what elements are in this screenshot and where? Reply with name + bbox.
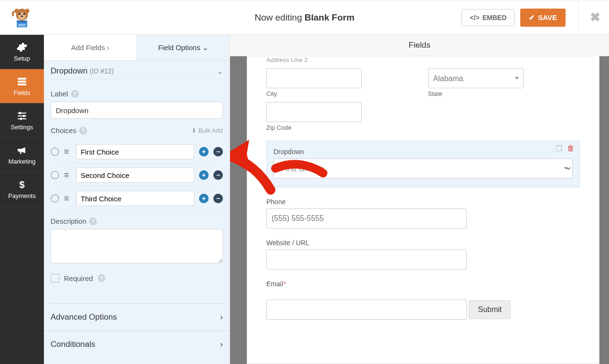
drag-handle-icon[interactable]: ≡ <box>64 196 72 201</box>
sliders-icon <box>16 110 28 122</box>
left-nav: Setup Fields Settings Marketing $ Paymen… <box>0 35 44 364</box>
tab-field-options[interactable]: Field Options ⌄ <box>136 35 230 60</box>
nav-marketing[interactable]: Marketing <box>0 138 44 172</box>
description-textarea[interactable] <box>51 229 223 263</box>
website-input[interactable] <box>266 250 467 270</box>
nav-setup[interactable]: Setup <box>0 35 44 69</box>
tab-add-fields[interactable]: Add Fields › <box>44 35 136 60</box>
editing-prefix: Now editing <box>254 12 302 22</box>
conditionals-label: Conditionals <box>51 340 95 349</box>
remove-choice-button[interactable]: − <box>213 147 223 156</box>
help-icon[interactable]: ? <box>79 127 87 135</box>
required-star-icon: * <box>284 280 286 288</box>
drag-handle-icon[interactable]: ≡ <box>64 149 72 155</box>
state-label: State <box>428 90 580 97</box>
conditionals-toggle[interactable]: Conditionals › <box>44 331 230 358</box>
code-icon: </> <box>470 14 479 21</box>
remove-choice-button[interactable]: − <box>213 170 223 180</box>
panel-tabs: Add Fields › Field Options ⌄ <box>44 35 230 61</box>
drag-handle-icon[interactable]: ≡ <box>64 173 72 178</box>
dropdown-select[interactable]: First Choice <box>273 158 573 178</box>
tab-field-options-label: Field Options <box>158 43 200 52</box>
svg-point-18 <box>23 115 25 117</box>
help-icon[interactable]: ? <box>98 274 105 282</box>
bullhorn-icon <box>16 145 28 156</box>
add-choice-button[interactable]: + <box>199 147 209 156</box>
city-input[interactable] <box>266 68 362 88</box>
add-choice-button[interactable]: + <box>199 194 209 203</box>
remove-choice-button[interactable]: − <box>213 194 223 203</box>
bulk-add-label: Bulk Add <box>199 127 223 134</box>
field-type-header[interactable]: Dropdown (ID #12) ⌄ <box>44 61 230 79</box>
choice-input[interactable] <box>76 191 194 206</box>
svg-point-4 <box>19 13 21 15</box>
chevron-down-icon: ⌄ <box>202 43 209 52</box>
nav-fields[interactable]: Fields <box>0 69 44 104</box>
choice-input[interactable] <box>76 144 194 159</box>
choice-default-radio[interactable] <box>51 147 59 156</box>
email-label: Email <box>266 280 283 288</box>
chevron-down-icon: ⌄ <box>217 67 223 76</box>
svg-text:$: $ <box>19 179 24 190</box>
duplicate-icon[interactable]: ❐ <box>556 144 562 153</box>
state-select[interactable]: Alabama <box>428 68 524 88</box>
trash-icon[interactable]: 🗑 <box>567 144 575 153</box>
svg-rect-12 <box>18 81 26 83</box>
help-icon[interactable]: ? <box>71 90 79 98</box>
choice-row: ≡ + − <box>51 164 223 187</box>
bear-logo-icon <box>10 6 34 30</box>
required-label: Required <box>64 274 93 282</box>
svg-point-6 <box>21 15 23 17</box>
submit-button[interactable]: Submit <box>469 300 511 319</box>
description-label: Description <box>51 217 86 225</box>
options-panel: Add Fields › Field Options ⌄ Dropdown (I… <box>44 35 230 364</box>
advanced-options-label: Advanced Options <box>51 312 117 322</box>
nav-settings-label: Settings <box>11 124 33 131</box>
close-button[interactable]: ✖ <box>578 0 600 35</box>
form-canvas: Address Line 2 City Alabama State <box>247 56 599 364</box>
nav-settings[interactable]: Settings <box>0 104 44 138</box>
save-label: SAVE <box>538 13 557 21</box>
embed-button[interactable]: </> EMBED <box>462 9 514 26</box>
add-choice-button[interactable]: + <box>199 170 209 180</box>
help-icon[interactable]: ? <box>89 218 97 225</box>
label-label-row: Label ? <box>51 90 223 98</box>
bulk-add-button[interactable]: ⬇ Bulk Add <box>191 127 223 134</box>
topbar: Now editing Blank Form </> EMBED ✔ SAVE … <box>0 0 609 35</box>
nav-marketing-label: Marketing <box>8 158 35 165</box>
choice-default-radio[interactable] <box>51 171 59 179</box>
choice-input[interactable] <box>76 167 194 183</box>
save-button[interactable]: ✔ SAVE <box>520 9 566 27</box>
label-input[interactable] <box>51 102 223 119</box>
chevron-right-icon: › <box>107 43 109 52</box>
choice-default-radio[interactable] <box>51 194 59 203</box>
close-icon: ✖ <box>590 10 600 25</box>
dollar-icon: $ <box>16 179 28 190</box>
editing-form-name: Blank Form <box>304 12 355 22</box>
dropdown-label: Dropdown <box>273 148 573 156</box>
dropdown-field-selected[interactable]: ❐ 🗑 Dropdown First Choice <box>266 141 580 187</box>
app-logo <box>0 0 44 34</box>
email-label-row: Email* <box>266 280 580 288</box>
nav-payments-label: Payments <box>8 192 36 199</box>
svg-rect-13 <box>18 83 26 85</box>
choice-row: ≡ + − <box>51 140 223 164</box>
svg-point-19 <box>20 118 22 120</box>
address-line2-label: Address Line 2 <box>266 56 580 63</box>
nav-setup-label: Setup <box>14 55 30 62</box>
tab-add-fields-label: Add Fields <box>71 43 105 52</box>
zip-label: Zip Code <box>266 124 580 131</box>
advanced-options-toggle[interactable]: Advanced Options › <box>44 304 230 331</box>
phone-input[interactable] <box>266 208 467 229</box>
choice-row: ≡ + − <box>51 187 223 210</box>
zip-input[interactable] <box>266 102 362 122</box>
now-editing-title: Now editing Blank Form <box>254 12 354 23</box>
nav-fields-label: Fields <box>14 89 31 96</box>
required-checkbox[interactable] <box>51 274 59 282</box>
field-id: (ID #12) <box>90 67 114 75</box>
email-input[interactable] <box>266 300 467 320</box>
nav-payments[interactable]: $ Payments <box>0 172 44 207</box>
svg-point-1 <box>14 9 19 13</box>
svg-point-17 <box>19 112 21 114</box>
phone-label: Phone <box>266 198 580 206</box>
